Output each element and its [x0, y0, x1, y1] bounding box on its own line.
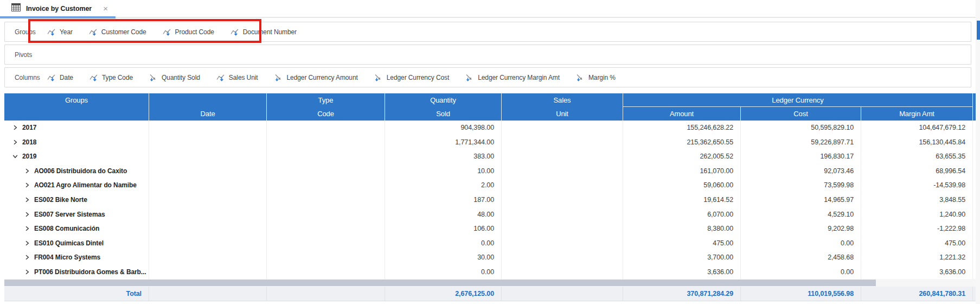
- column-chip-type-code[interactable]: Type Code: [89, 74, 133, 81]
- invoice-pivot-app: Invoice by Customer × Groups Year Custom…: [0, 0, 980, 304]
- margin-amt-cell: 63,655.35: [861, 149, 973, 164]
- header-sales-unit[interactable]: Sales Unit: [502, 93, 623, 121]
- column-chip-ledger-currency-amount[interactable]: Ledger Currency Amount: [274, 74, 358, 81]
- table-row-es008[interactable]: ES008 Comunicación 106.00 8,380.00 9,202…: [4, 221, 976, 236]
- expand-chevron-icon[interactable]: [24, 255, 30, 260]
- group-cell: ES007 Server Sistemas: [34, 211, 105, 218]
- expand-chevron-icon[interactable]: [24, 197, 30, 202]
- horizontal-scrollbar[interactable]: [4, 279, 976, 287]
- table-row-es007[interactable]: ES007 Server Sistemas 48.00 6,070.00 4,5…: [4, 207, 976, 221]
- group-cell: AO006 Distribuidora do Caxito: [34, 167, 127, 175]
- group-cell: 2018: [22, 138, 36, 146]
- cost-cell: 92,073.46: [741, 164, 861, 179]
- header-amount[interactable]: Amount: [623, 107, 741, 121]
- cost-cell: 196,830.17: [741, 149, 861, 164]
- table-row-es002[interactable]: ES002 Bike Norte 187.00 19,614.52 14,965…: [4, 193, 976, 207]
- close-icon[interactable]: ×: [103, 4, 108, 12]
- table-row-2017[interactable]: 2017 904,398.00 155,246,628.22 50,595,82…: [4, 121, 976, 135]
- header-quantity-sold[interactable]: Quantity Sold: [385, 93, 502, 121]
- tab-invoice-by-customer[interactable]: Invoice by Customer ×: [0, 0, 116, 17]
- table-row-2019[interactable]: 2019 383.00 262,005.52 196,830.17 63,655…: [4, 149, 976, 164]
- header-margin-amt[interactable]: Margin Amt: [861, 107, 973, 121]
- columns-drop-zone[interactable]: Columns Date Type Code Quantity Sold Sal…: [4, 67, 971, 87]
- margin-amt-cell: 104,647,679.12: [861, 121, 973, 135]
- quantity-sold-cell: 2.00: [385, 178, 502, 193]
- quantity-sold-cell: 106.00: [385, 221, 502, 236]
- vertical-scrollbar-thumb[interactable]: [977, 21, 980, 40]
- amount-cell: 3,700.00: [623, 250, 741, 265]
- quantity-sold-cell: 48.00: [385, 207, 502, 221]
- amount-cell: 19,614.52: [623, 193, 741, 207]
- column-chip-quantity-sold[interactable]: Quantity Sold: [149, 74, 200, 81]
- expand-chevron-icon[interactable]: [12, 125, 18, 130]
- column-chip-date[interactable]: Date: [47, 74, 73, 81]
- quantity-sold-cell: 0.00: [385, 236, 502, 250]
- column-chip-margin-pct[interactable]: Margin %: [576, 74, 616, 81]
- columns-chips: Date Type Code Quantity Sold Sales Unit …: [47, 74, 616, 81]
- quantity-sold-cell: 0.00: [385, 264, 502, 279]
- table-row-2018[interactable]: 2018 1,771,344.00 215,362,650.55 59,226,…: [4, 135, 976, 150]
- expand-chevron-icon[interactable]: [24, 212, 30, 217]
- vertical-scrollbar[interactable]: [976, 0, 980, 304]
- measure-arrow-icon: [465, 74, 474, 81]
- group-chip-document-number[interactable]: Document Number: [230, 28, 297, 36]
- table-row-ao021[interactable]: AO021 Agro Alimentar do Namibe 2.00 59,0…: [4, 178, 976, 193]
- chart-line-icon: [216, 74, 225, 81]
- quantity-sold-cell: 904,398.00: [385, 121, 502, 135]
- quantity-sold-cell: 383.00: [385, 149, 502, 164]
- cost-cell: 59,226,897.71: [741, 135, 861, 150]
- active-tab-indicator: [0, 16, 116, 18]
- grid-body: 2017 904,398.00 155,246,628.22 50,595,82…: [4, 121, 976, 279]
- amount-cell: 3,636.00: [623, 264, 741, 279]
- expand-chevron-icon[interactable]: [24, 269, 30, 275]
- table-row-ao006[interactable]: AO006 Distribuidora do Caxito 10.00 161,…: [4, 164, 976, 179]
- header-ledger-currency-group[interactable]: Ledger Currency: [623, 93, 973, 107]
- quantity-sold-cell: 187.00: [385, 193, 502, 207]
- table-row-pt006[interactable]: PT006 Distribuidora Gomes & Barb... 0.00…: [4, 264, 976, 279]
- expand-chevron-icon[interactable]: [24, 226, 30, 231]
- table-row-fr004[interactable]: FR004 Micro Systems 30.00 3,700.00 2,458…: [4, 250, 976, 265]
- column-chip-ledger-currency-margin-amt[interactable]: Ledger Currency Margin Amt: [465, 74, 560, 81]
- cost-cell: 4,529.10: [741, 207, 861, 221]
- expand-chevron-icon[interactable]: [12, 140, 18, 145]
- margin-amt-cell: 1,240.90: [861, 207, 973, 221]
- expand-chevron-icon[interactable]: [24, 168, 30, 174]
- margin-amt-cell: 3,636.00: [861, 264, 973, 279]
- amount-cell: 155,246,628.22: [623, 121, 741, 135]
- groups-drop-zone[interactable]: Groups Year Customer Code Product Code D…: [4, 22, 971, 42]
- expand-chevron-icon[interactable]: [24, 182, 30, 188]
- column-chip-sales-unit[interactable]: Sales Unit: [216, 74, 258, 81]
- group-chip-year[interactable]: Year: [47, 28, 73, 36]
- amount-cell: 6,070.00: [623, 207, 741, 221]
- measure-arrow-icon: [374, 74, 383, 81]
- table-row-es010[interactable]: ES010 Químicas Dintel 0.00 475.00 0.00 4…: [4, 236, 976, 250]
- pivots-drop-zone[interactable]: Pivots: [4, 45, 971, 65]
- group-chip-product-code[interactable]: Product Code: [163, 28, 214, 36]
- cost-cell: 0.00: [741, 264, 861, 279]
- column-chip-ledger-currency-cost[interactable]: Ledger Currency Cost: [374, 74, 449, 81]
- header-date[interactable]: Date: [149, 93, 267, 121]
- grid-header: Groups Date Type Code Quantity Sold Sale…: [4, 93, 976, 121]
- amount-cell: 59,060.00: [623, 178, 741, 193]
- header-type-code[interactable]: Type Code: [267, 93, 385, 121]
- margin-amt-cell: 3,848.55: [861, 193, 973, 207]
- cost-cell: 50,595,829.10: [741, 121, 861, 135]
- quantity-sold-cell: 10.00: [385, 164, 502, 179]
- group-cell: ES002 Bike Norte: [34, 196, 87, 204]
- groups-zone-label: Groups: [15, 28, 40, 36]
- expand-chevron-icon[interactable]: [24, 240, 30, 246]
- horizontal-scrollbar-thumb[interactable]: [4, 280, 876, 286]
- tab-bar: Invoice by Customer ×: [0, 0, 980, 18]
- chart-line-icon: [89, 74, 98, 81]
- group-cell: FR004 Micro Systems: [34, 254, 100, 261]
- spreadsheet-icon: [11, 3, 21, 14]
- margin-amt-cell: 475.00: [861, 236, 973, 250]
- amount-cell: 215,362,650.55: [623, 135, 741, 150]
- header-groups[interactable]: Groups: [4, 93, 149, 121]
- group-chip-customer-code[interactable]: Customer Code: [89, 28, 146, 36]
- group-cell: 2019: [22, 153, 36, 160]
- pivots-zone-label: Pivots: [15, 51, 40, 59]
- header-cost[interactable]: Cost: [741, 107, 861, 121]
- collapse-chevron-icon[interactable]: [12, 154, 18, 159]
- chart-line-icon: [47, 28, 56, 36]
